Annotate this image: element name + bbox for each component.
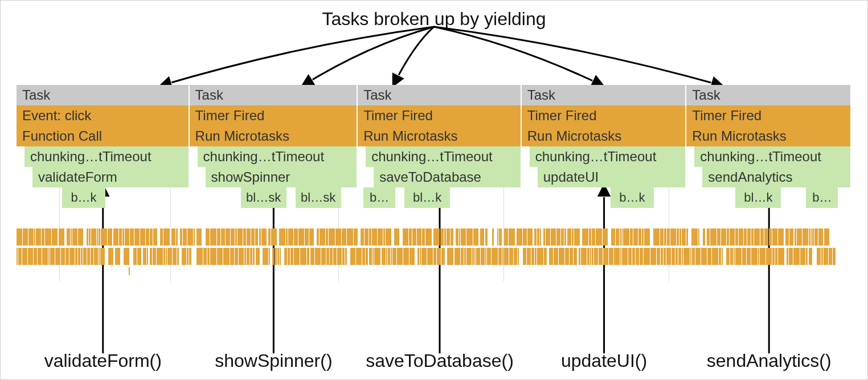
function-label: showSpinner() [190, 350, 358, 371]
sub-block: b…k [611, 187, 654, 208]
grey-cell: Task [190, 85, 358, 105]
flame-chart: TaskEvent: clickFunction Callchunking…tT… [17, 85, 851, 290]
orange expand-cell: Run Microtasks [522, 126, 687, 146]
diagram-title: Tasks broken up by yielding [322, 9, 546, 30]
orange expand-cell: Timer Fired [686, 105, 851, 126]
top-arrow [393, 27, 434, 86]
function-label: updateUI() [522, 350, 687, 371]
grey-cell: Task [358, 85, 522, 105]
function-label: validateForm() [17, 350, 190, 371]
function-label: sendAnalytics() [686, 350, 851, 371]
sub-row: bl…kb… [686, 187, 851, 208]
orange expand-cell: Event: click [17, 105, 190, 126]
top-arrow [302, 27, 434, 86]
orange expand-cell: Run Microtasks [358, 126, 522, 146]
sub-row: b…k [17, 187, 190, 208]
orange expand-cell: Run Microtasks [686, 126, 851, 146]
green indent2-cell: showSpinner [206, 167, 358, 187]
top-arrow [434, 27, 604, 86]
green indent1-cell: chunking…tTimeout [366, 146, 522, 167]
sub-row: b…k [522, 187, 687, 208]
green indent2-cell: sendAnalytics [702, 167, 851, 187]
orange expand-cell: Timer Fired [190, 105, 358, 126]
sub-block: bl…k [404, 187, 450, 208]
green indent2-cell: updateUI [538, 167, 687, 187]
grey-cell: Task [686, 85, 851, 105]
grey-cell: Task [522, 85, 687, 105]
green indent1-cell: chunking…tTimeout [530, 146, 687, 167]
orange expand-cell: Timer Fired [358, 105, 522, 126]
sub-block: bl…k [735, 187, 781, 208]
sub-block: bl…sk [296, 187, 341, 208]
sub-row: b…bl…k [358, 187, 522, 208]
green indent1-cell: chunking…tTimeout [198, 146, 358, 167]
grey-cell: Task [17, 85, 190, 105]
green indent2-cell: saveToDatabase [374, 167, 522, 187]
bottom-labels: validateForm()showSpinner()saveToDatabas… [17, 350, 851, 371]
sub-block: b… [806, 187, 838, 208]
orange expand-cell: Timer Fired [522, 105, 687, 126]
green indent2-cell: validateForm [32, 167, 190, 187]
orange expand-cell: Run Microtasks [190, 126, 358, 146]
sub-row: bl…skbl…sk [190, 187, 358, 208]
sub-block: bl…sk [241, 187, 286, 208]
sub-block: b…k [62, 187, 105, 208]
sub-block: b… [363, 187, 395, 208]
orange expand-cell: Function Call [17, 126, 190, 146]
top-arrow [434, 27, 723, 86]
green indent1-cell: chunking…tTimeout [694, 146, 851, 167]
top-arrow [160, 27, 434, 86]
noise-detail [17, 228, 851, 280]
function-label: saveToDatabase() [358, 350, 522, 371]
green indent1-cell: chunking…tTimeout [24, 146, 190, 167]
